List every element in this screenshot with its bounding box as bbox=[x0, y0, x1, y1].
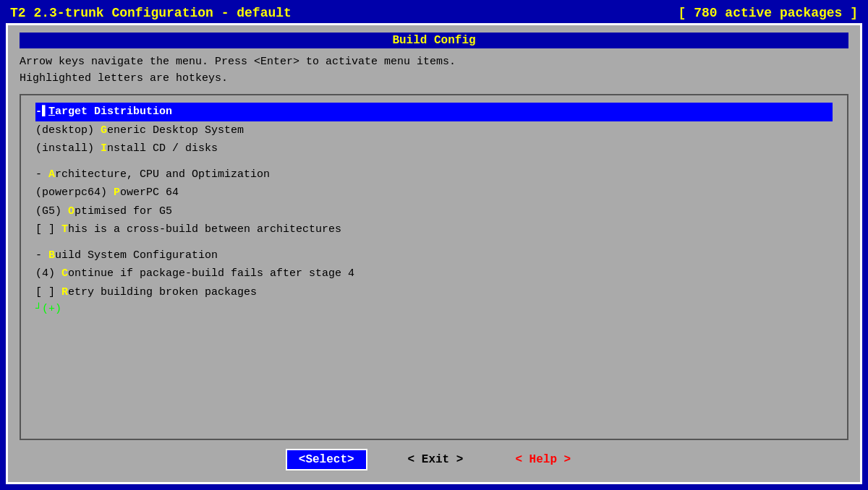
arch-dash: - bbox=[35, 168, 48, 181]
title-bar-right: [ 780 active packages ] bbox=[678, 6, 858, 20]
rest-desktop: eneric Desktop System bbox=[107, 124, 244, 137]
menu-item-desktop[interactable]: (desktop) Generic Desktop System bbox=[35, 121, 833, 140]
hotkey-T: T bbox=[48, 106, 55, 118]
hotkey-G: G bbox=[101, 124, 107, 137]
label-retry: [ ] bbox=[35, 286, 61, 298]
window-title: Build Config bbox=[20, 33, 848, 48]
hotkey-I: I bbox=[101, 142, 107, 155]
label-powerpc64: (powerpc64) bbox=[35, 186, 114, 199]
outer-container: T2 2.3-trunk Configuration - default [ 7… bbox=[0, 0, 868, 490]
rest-text: arget Distribution bbox=[55, 106, 172, 118]
helpline1: Arrow keys navigate the menu. Press <Ent… bbox=[20, 54, 848, 71]
menu-item-target-dist[interactable]: -▌Target Distribution bbox=[35, 103, 833, 121]
hotkey-O: O bbox=[68, 205, 75, 218]
menu-item-install[interactable]: (install) Install CD / disks bbox=[35, 139, 833, 158]
rest-crossbuild: his is a cross-build between architectur… bbox=[68, 223, 341, 236]
label-g5: (G5) bbox=[35, 205, 68, 218]
label-install: (install) bbox=[35, 142, 101, 155]
menu-item-powerpc64[interactable]: (powerpc64) PowerPC 64 bbox=[35, 184, 833, 202]
title-bar: T2 2.3-trunk Configuration - default [ 7… bbox=[6, 3, 862, 23]
menu-item-continue[interactable]: (4) Continue if package-build fails afte… bbox=[35, 265, 833, 283]
rest-arch: rchitecture, CPU and Optimization bbox=[55, 168, 270, 181]
menu-item-g5[interactable]: (G5) Optimised for G5 bbox=[35, 202, 833, 221]
hotkey-T2: T bbox=[61, 223, 68, 236]
button-bar: <Select> < Exit > < Help > bbox=[20, 440, 848, 475]
help-text: Arrow keys navigate the menu. Press <Ent… bbox=[20, 54, 848, 87]
hotkey-C: C bbox=[61, 267, 68, 280]
hotkey-P: P bbox=[114, 186, 120, 199]
label-continue: (4) bbox=[35, 267, 61, 280]
gap1 bbox=[35, 158, 833, 166]
main-window: Build Config Arrow keys navigate the men… bbox=[6, 23, 862, 484]
build-dash: - bbox=[35, 249, 48, 262]
rest-retry: etry building broken packages bbox=[68, 286, 257, 298]
rest-powerpc64: owerPC 64 bbox=[120, 186, 179, 199]
rest-install: nstall CD / disks bbox=[107, 142, 218, 155]
scroll-indicator: ┘(+) bbox=[35, 303, 833, 315]
label-desktop: (desktop) bbox=[35, 124, 101, 137]
hotkey-A: A bbox=[48, 168, 55, 181]
menu-item-crossbuild[interactable]: [ ] This is a cross-build between archit… bbox=[35, 220, 833, 239]
title-bar-left: T2 2.3-trunk Configuration - default bbox=[10, 6, 292, 20]
rest-build: uild System Configuration bbox=[55, 249, 218, 262]
cursor-char: ▌ bbox=[42, 106, 48, 118]
menu-item-build-header: - Build System Configuration bbox=[35, 246, 833, 265]
rest-continue: ontinue if package-build fails after sta… bbox=[68, 267, 354, 280]
gap2 bbox=[35, 239, 833, 246]
rest-g5: ptimised for G5 bbox=[75, 205, 172, 218]
menu-item-arch-header: - Architecture, CPU and Optimization bbox=[35, 166, 833, 184]
menu-area: -▌Target Distribution (desktop) Generic … bbox=[20, 94, 848, 440]
hotkey-R: R bbox=[61, 286, 68, 298]
prefix: - bbox=[35, 106, 42, 118]
label-crossbuild: [ ] bbox=[35, 223, 61, 236]
help-button[interactable]: < Help > bbox=[503, 450, 582, 469]
exit-button[interactable]: < Exit > bbox=[396, 450, 475, 469]
select-button[interactable]: <Select> bbox=[286, 449, 367, 470]
helpline2: Highlighted letters are hotkeys. bbox=[20, 71, 848, 87]
hotkey-B: B bbox=[48, 249, 55, 262]
menu-item-retry[interactable]: [ ] Retry building broken packages bbox=[35, 283, 833, 302]
